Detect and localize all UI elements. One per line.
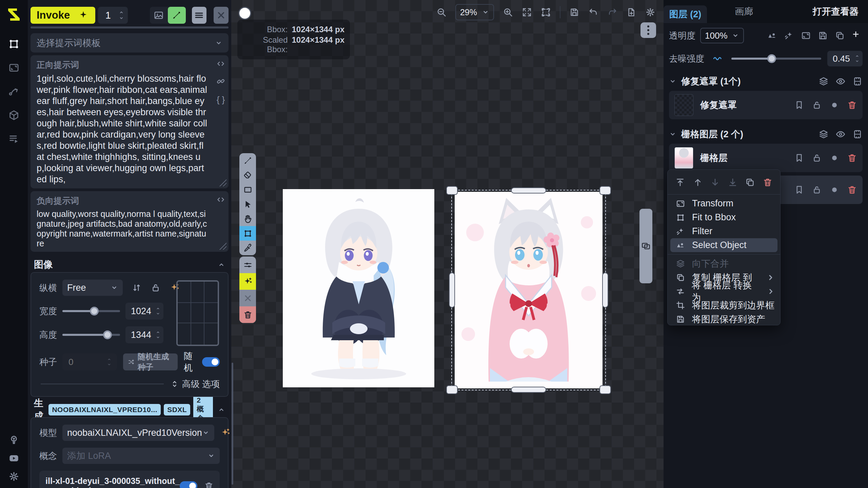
menu-item-convert-layer-to[interactable]: 将 栅格层 转换为 [668,284,780,298]
denoise-input[interactable] [827,51,863,66]
raster-layer-image-1[interactable] [283,189,434,387]
brush-tool[interactable] [239,153,256,168]
save-canvas-icon[interactable] [569,7,579,17]
bbox-handle-w[interactable] [449,272,455,308]
visibility-dot-icon[interactable] [829,185,840,195]
invoke-button[interactable]: Invoke [31,7,95,24]
move-tool[interactable] [239,197,256,211]
code-icon[interactable] [216,59,225,68]
rail-item-viewer[interactable] [7,61,21,75]
canvas-settings-icon[interactable] [645,7,655,17]
lora-enabled-toggle[interactable] [180,481,197,488]
menu-item-crop-to-bbox[interactable]: 将图层裁剪到边界框 [668,298,780,312]
delete-layer-icon[interactable] [847,100,857,110]
panel-scrollbar-vertical[interactable] [232,363,233,485]
negative-prompt-input[interactable]: low quality,worst quality,norma l qualit… [37,209,208,248]
canvas-kebab-menu-button[interactable] [640,22,656,38]
eye-icon[interactable] [835,129,846,139]
queue-count-steppers[interactable] [118,10,124,21]
bbox-handle-sw[interactable] [446,385,458,394]
lock-open-icon[interactable] [812,153,822,163]
visibility-dot-icon[interactable] [829,153,840,163]
positive-prompt-input[interactable]: 1girl,solo,cute,loli,cherry blossoms,hai… [37,73,208,185]
rail-item-canvas[interactable] [7,37,21,51]
menu-item-merge-down[interactable]: 向下合并 [668,257,780,270]
menu-item-filter[interactable]: Filter [668,224,780,238]
rect-tool[interactable] [239,182,256,197]
fit-view-icon[interactable] [522,7,532,17]
seed-value[interactable] [68,357,106,368]
select-object-icon[interactable] [767,30,777,41]
zoom-level-select[interactable]: 29% [455,4,494,20]
zoom-in-icon[interactable] [503,7,513,17]
layer-row-raster-1[interactable]: 栅格层 [669,144,863,172]
delete-layer-icon[interactable] [847,153,857,163]
menu-button[interactable] [192,7,207,24]
width-input[interactable] [125,303,163,320]
code-icon[interactable] [216,195,225,204]
panel-scrollbar-horizontal[interactable] [31,26,229,28]
duplicate-icon[interactable] [745,177,755,187]
denoise-value[interactable] [833,54,854,64]
move-down-icon[interactable] [710,177,720,187]
send-to-canvas-button[interactable] [168,7,186,24]
random-seed-button[interactable]: 随机生成种子 [123,353,178,370]
layers-icon[interactable] [818,76,829,86]
aspect-select[interactable]: Free [62,280,123,296]
link-icon[interactable] [216,77,225,86]
bbox-handle-s[interactable] [511,387,546,393]
queue-count-stepper[interactable]: 1 [98,7,128,24]
raster-layers-section-header[interactable]: 栅格图层 (2 个) [669,128,863,140]
prompt-template-select[interactable]: 选择提示词模板 [31,33,229,53]
pan-tool[interactable] [239,211,256,226]
redo-icon[interactable] [607,7,617,17]
delete-tool[interactable] [239,306,256,323]
bbox-handle-se[interactable] [599,385,611,394]
tab-gallery[interactable]: 画廊 [735,5,753,18]
invoke-sparkle-tool[interactable] [239,273,256,290]
collapse-generation-section-button[interactable] [218,406,225,413]
bookmark-icon[interactable] [794,185,804,195]
eraser-tool[interactable] [239,168,256,182]
canvas-area[interactable]: 29% Bbox:1024×1344 px Scaled Bbox:1024×1… [231,0,664,488]
delete-layer-icon[interactable] [847,185,857,195]
random-seed-toggle[interactable] [202,357,220,367]
duplicate-layer-icon[interactable] [835,30,845,41]
new-session-icon[interactable] [626,7,636,17]
height-slider[interactable] [62,330,120,339]
menu-item-save-to-assets[interactable]: 将图层保存到资产 [668,312,780,326]
swap-dimensions-icon[interactable] [132,283,142,293]
transform-icon[interactable] [801,30,811,41]
braces-icon[interactable]: { } [217,95,225,105]
move-to-bottom-icon[interactable] [728,177,738,187]
delete-icon[interactable] [763,177,773,187]
tab-layers[interactable]: 图层 (2) [664,5,707,23]
filter-icon[interactable] [784,30,794,41]
move-to-top-icon[interactable] [675,177,685,187]
move-up-icon[interactable] [693,177,703,187]
bbox-handle-ne[interactable] [599,186,611,195]
frame-icon[interactable] [852,76,863,86]
eye-icon[interactable] [835,76,846,86]
eyedropper-tool[interactable] [239,241,256,255]
rail-item-models[interactable] [7,108,21,122]
cancel-tool[interactable] [239,290,256,306]
bbox-handle-nw[interactable] [446,186,458,195]
bbox-handle-e[interactable] [602,272,608,308]
seed-input[interactable] [62,353,117,370]
open-viewer-button[interactable]: 打开查看器 [813,5,859,18]
invoke-logo-icon[interactable] [6,6,22,22]
opacity-select[interactable]: 100% [700,28,744,43]
brush-color-swatch[interactable] [238,7,251,20]
selection-bbox[interactable] [451,190,606,390]
rail-item-workflows[interactable] [7,85,21,98]
width-slider[interactable] [62,307,120,316]
rail-item-queue[interactable] [7,132,21,146]
adjust-tool[interactable] [239,257,256,273]
bulb-icon[interactable] [8,434,19,445]
bbox-handle-n[interactable] [511,187,546,194]
denoise-slider[interactable] [731,54,821,63]
advanced-options-button[interactable]: 高级 选项 [171,378,220,390]
resize-handle[interactable] [218,178,226,186]
add-lora-select[interactable]: 添加 LoRA [62,448,220,464]
